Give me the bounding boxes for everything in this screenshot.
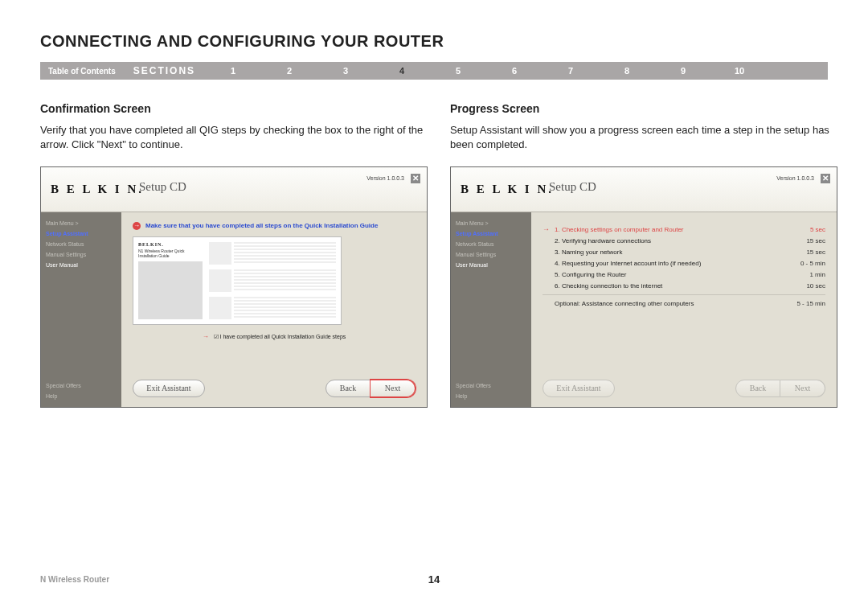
nav-section-10[interactable]: 10: [711, 66, 768, 76]
nav-section-7[interactable]: 7: [542, 66, 599, 76]
next-button-2: Next: [780, 380, 825, 397]
close-icon-2[interactable]: ✕: [821, 174, 830, 183]
brand-logo-2: B E L K I N.: [461, 183, 554, 196]
sidebar-manual-settings-2[interactable]: Manual Settings: [456, 252, 526, 257]
instruction-text: →Make sure that you have completed all s…: [133, 222, 416, 230]
sidebar-network-status-2[interactable]: Network Status: [456, 241, 526, 247]
app-title: Setup CD: [139, 180, 186, 194]
sidebar-user-manual[interactable]: User Manual: [46, 262, 117, 268]
step-6: 6. Checking connection to the internet10…: [542, 282, 825, 290]
step-3: 3. Naming your network15 sec: [542, 249, 825, 256]
back-button[interactable]: Back: [326, 380, 371, 397]
sidebar-special-offers[interactable]: Special Offers: [46, 383, 117, 388]
arrow-icon: →: [542, 225, 550, 233]
step-1: → 1. Checking settings on computer and R…: [542, 225, 825, 233]
nav-section-1[interactable]: 1: [205, 66, 261, 76]
sidebar-setup-assistant[interactable]: Setup Assistant: [46, 231, 117, 236]
nav-section-2[interactable]: 2: [261, 66, 317, 76]
step-2: 2. Verifying hardware connections15 sec: [542, 237, 825, 244]
qig-preview: BELKIN. N1 Wireless Router Quick Install…: [133, 236, 342, 325]
step-4: 4. Requesting your Internet account info…: [542, 260, 825, 267]
confirmation-screenshot: B E L K I N. Setup CD Version 1.0.0.3 ✕ …: [40, 166, 428, 408]
sidebar-special-offers-2[interactable]: Special Offers: [456, 383, 526, 388]
sidebar-main-menu-2[interactable]: Main Menu >: [456, 220, 526, 226]
nav-section-4[interactable]: 4: [374, 66, 430, 76]
back-button-2: Back: [735, 380, 780, 397]
sidebar-main-menu[interactable]: Main Menu >: [46, 220, 117, 226]
app-header-2: B E L K I N. Setup CD Version 1.0.0.3 ✕: [451, 167, 837, 212]
step-optional: Optional: Assistance connecting other co…: [542, 300, 825, 307]
guide-thumb: [138, 261, 203, 319]
sidebar-user-manual-2[interactable]: User Manual: [456, 262, 526, 268]
app-title-2: Setup CD: [549, 180, 596, 194]
close-icon[interactable]: ✕: [411, 174, 420, 183]
progress-steps: → 1. Checking settings on computer and R…: [542, 225, 825, 307]
section-nav: Table of Contents SECTIONS 1 2 3 4 5 6 7…: [40, 62, 828, 80]
nav-section-5[interactable]: 5: [430, 66, 486, 76]
nav-section-3[interactable]: 3: [317, 66, 374, 76]
right-heading: Progress Screen: [450, 102, 837, 115]
sidebar-help-2[interactable]: Help: [456, 393, 526, 399]
sidebar-help[interactable]: Help: [46, 393, 117, 399]
nav-sections-label: SECTIONS: [124, 65, 205, 76]
next-button[interactable]: Next: [371, 380, 416, 397]
version-text-2: Version 1.0.0.3: [776, 175, 814, 181]
confirm-checkbox-row[interactable]: ☑ I have completed all Quick Installatio…: [133, 333, 416, 340]
version-text: Version 1.0.0.3: [366, 175, 404, 181]
guide-subtitle: N1 Wireless Router Quick Installation Gu…: [138, 249, 203, 258]
app-sidebar: Main Menu > Setup Assistant Network Stat…: [41, 212, 121, 407]
page-title: CONNECTING AND CONFIGURING YOUR ROUTER: [40, 32, 828, 51]
footer-product: N Wireless Router: [40, 575, 109, 584]
nav-section-6[interactable]: 6: [486, 66, 542, 76]
nav-section-9[interactable]: 9: [655, 66, 711, 76]
app-header: B E L K I N. Setup CD Version 1.0.0.3 ✕: [41, 167, 427, 212]
sidebar-manual-settings[interactable]: Manual Settings: [46, 252, 117, 257]
app-sidebar-2: Main Menu > Setup Assistant Network Stat…: [451, 212, 531, 407]
step-5: 5. Configuring the Router1 min: [542, 271, 825, 278]
guide-brand: BELKIN.: [138, 242, 203, 247]
nav-section-8[interactable]: 8: [599, 66, 655, 76]
right-description: Setup Assistant will show you a progress…: [450, 123, 837, 152]
sidebar-setup-assistant-2[interactable]: Setup Assistant: [456, 231, 526, 236]
arrow-icon: →: [133, 222, 141, 230]
nav-toc-link[interactable]: Table of Contents: [40, 67, 124, 76]
page-footer: N Wireless Router 14: [40, 574, 828, 584]
page-number: 14: [428, 573, 440, 585]
left-description: Verify that you have completed all QIG s…: [40, 123, 428, 152]
brand-logo: B E L K I N.: [51, 183, 144, 196]
progress-screenshot: B E L K I N. Setup CD Version 1.0.0.3 ✕ …: [450, 166, 837, 408]
sidebar-network-status[interactable]: Network Status: [46, 241, 117, 247]
left-heading: Confirmation Screen: [40, 102, 428, 115]
exit-assistant-button[interactable]: Exit Assistant: [133, 380, 205, 397]
exit-assistant-button-2: Exit Assistant: [542, 380, 615, 397]
